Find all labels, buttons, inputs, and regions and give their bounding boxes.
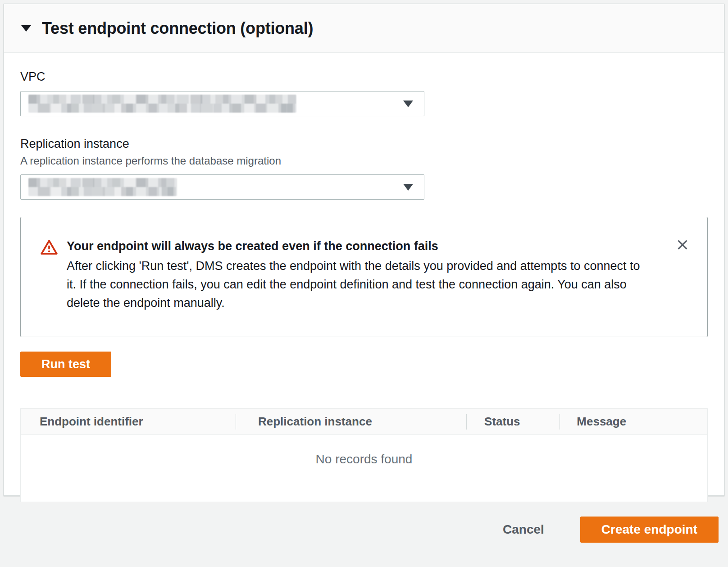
collapse-caret-icon	[21, 25, 31, 32]
select-caret-icon	[403, 101, 413, 107]
table-body: No records found	[21, 435, 707, 502]
warning-body: After clicking 'Run test', DMS creates t…	[67, 257, 648, 312]
replication-instance-field: Replication instance A replication insta…	[20, 137, 708, 200]
replication-instance-label: Replication instance	[20, 137, 708, 151]
warning-icon	[41, 239, 58, 256]
close-icon[interactable]	[674, 236, 691, 253]
replication-instance-description: A replication instance performs the data…	[20, 155, 708, 167]
column-header-replication-instance: Replication instance	[236, 409, 466, 434]
section-title: Test endpoint connection (optional)	[42, 19, 313, 38]
replication-instance-select[interactable]	[20, 174, 424, 200]
vpc-redacted-value	[28, 95, 296, 113]
create-endpoint-button[interactable]: Create endpoint	[580, 517, 719, 543]
table-header-row: Endpoint identifier Replication instance…	[21, 409, 707, 435]
warning-text: Your endpoint will always be created eve…	[67, 238, 674, 312]
empty-state-message: No records found	[21, 452, 707, 466]
select-caret-icon	[403, 184, 413, 191]
test-endpoint-connection-panel: Test endpoint connection (optional) VPC …	[4, 4, 724, 496]
replication-instance-redacted-value	[28, 178, 177, 196]
run-test-button[interactable]: Run test	[20, 352, 111, 377]
vpc-select[interactable]	[20, 91, 424, 116]
test-results-table: Endpoint identifier Replication instance…	[20, 408, 708, 502]
cancel-button[interactable]: Cancel	[496, 518, 551, 541]
vpc-field: VPC	[20, 70, 708, 116]
column-header-message: Message	[560, 409, 707, 434]
vpc-label: VPC	[20, 70, 708, 84]
column-header-status: Status	[466, 409, 560, 434]
warning-alert: Your endpoint will always be created eve…	[20, 217, 708, 337]
column-header-endpoint-identifier: Endpoint identifier	[21, 409, 236, 434]
warning-title: Your endpoint will always be created eve…	[67, 238, 656, 254]
section-content: VPC Replication instance A replication i…	[4, 53, 724, 502]
footer-actions: Cancel Create endpoint	[4, 496, 724, 563]
section-header-toggle[interactable]: Test endpoint connection (optional)	[4, 4, 724, 53]
